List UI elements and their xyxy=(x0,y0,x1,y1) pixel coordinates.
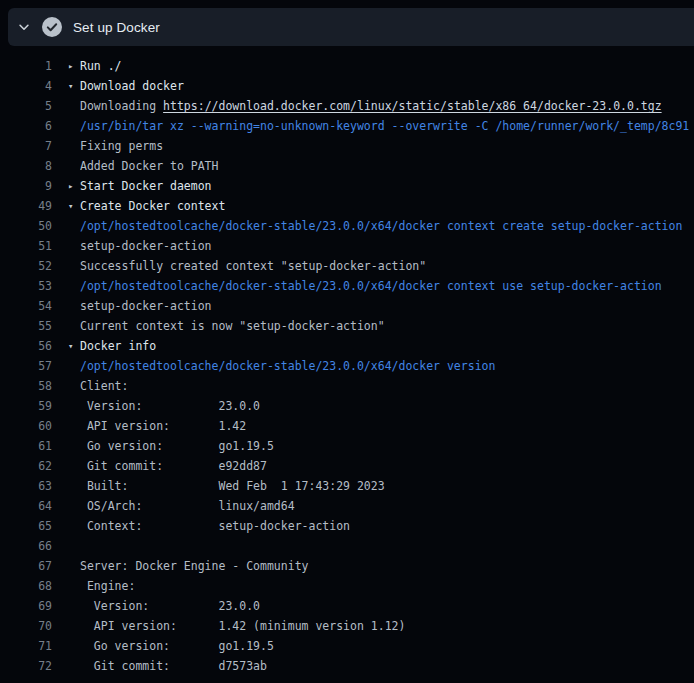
marker-spacer xyxy=(52,116,80,136)
line-number[interactable]: 58 xyxy=(0,376,52,396)
line-number[interactable]: 72 xyxy=(0,656,52,676)
marker-spacer xyxy=(52,96,80,116)
log-line: 51setup-docker-action xyxy=(0,236,694,256)
log-line: 67Server: Docker Engine - Community xyxy=(0,556,694,576)
line-number[interactable]: 5 xyxy=(0,96,52,116)
line-text: Git commit: e92dd87 xyxy=(80,456,694,476)
log-line: 52Successfully created context "setup-do… xyxy=(0,256,694,276)
log-group-line[interactable]: 1▸Run ./ xyxy=(0,56,694,76)
log-group-line[interactable]: 4▾Download docker xyxy=(0,76,694,96)
log-line: 64 OS/Arch: linux/amd64 xyxy=(0,496,694,516)
line-number[interactable]: 62 xyxy=(0,456,52,476)
line-number[interactable]: 65 xyxy=(0,516,52,536)
line-text: Successfully created context "setup-dock… xyxy=(80,256,694,276)
log-url-link[interactable]: https://download.docker.com/linux/static… xyxy=(163,99,662,113)
marker-spacer xyxy=(52,256,80,276)
line-number[interactable]: 1 xyxy=(0,56,52,76)
line-number[interactable]: 54 xyxy=(0,296,52,316)
marker-spacer xyxy=(52,296,80,316)
marker-spacer xyxy=(52,136,80,156)
line-number[interactable]: 63 xyxy=(0,476,52,496)
line-number[interactable]: 68 xyxy=(0,576,52,596)
line-number[interactable]: 67 xyxy=(0,556,52,576)
line-number[interactable]: 70 xyxy=(0,616,52,636)
line-text: Go version: go1.19.5 xyxy=(80,436,694,456)
log-line: 54setup-docker-action xyxy=(0,296,694,316)
line-number[interactable]: 7 xyxy=(0,136,52,156)
line-text: Git commit: d7573ab xyxy=(80,656,694,676)
line-number[interactable]: 52 xyxy=(0,256,52,276)
marker-spacer xyxy=(52,376,80,396)
marker-spacer xyxy=(52,616,80,636)
marker-spacer xyxy=(52,476,80,496)
marker-spacer xyxy=(52,276,80,296)
marker-spacer xyxy=(52,416,80,436)
line-text: Context: setup-docker-action xyxy=(80,516,694,536)
triangle-collapsed-icon[interactable]: ▸ xyxy=(52,56,80,76)
check-circle-icon xyxy=(42,17,62,37)
line-number[interactable]: 51 xyxy=(0,236,52,256)
log-line: 8Added Docker to PATH xyxy=(0,156,694,176)
line-text: Create Docker context xyxy=(80,196,694,216)
line-number[interactable]: 49 xyxy=(0,196,52,216)
log-lines: 1▸Run ./4▾Download docker5Downloading ht… xyxy=(0,56,694,676)
line-text: Go version: go1.19.5 xyxy=(80,636,694,656)
line-text: /opt/hostedtoolcache/docker-stable/23.0.… xyxy=(80,276,694,296)
triangle-expanded-icon[interactable]: ▾ xyxy=(52,196,80,216)
line-number[interactable]: 59 xyxy=(0,396,52,416)
step-title: Set up Docker xyxy=(73,20,160,35)
log-line: 57/opt/hostedtoolcache/docker-stable/23.… xyxy=(0,356,694,376)
log-line: 53/opt/hostedtoolcache/docker-stable/23.… xyxy=(0,276,694,296)
marker-spacer xyxy=(52,656,80,676)
line-text: Engine: xyxy=(80,576,694,596)
log-line: 63 Built: Wed Feb 1 17:43:29 2023 xyxy=(0,476,694,496)
line-text: OS/Arch: linux/amd64 xyxy=(80,496,694,516)
marker-spacer xyxy=(52,596,80,616)
line-text: Run ./ xyxy=(80,56,694,76)
line-number[interactable]: 9 xyxy=(0,176,52,196)
line-text-prefix: Downloading xyxy=(80,99,163,113)
log-line: 69 Version: 23.0.0 xyxy=(0,596,694,616)
log-group-line[interactable]: 49▾Create Docker context xyxy=(0,196,694,216)
marker-spacer xyxy=(52,436,80,456)
log-group-line[interactable]: 56▾Docker info xyxy=(0,336,694,356)
line-number[interactable]: 50 xyxy=(0,216,52,236)
line-number[interactable]: 8 xyxy=(0,156,52,176)
log-line: 60 API version: 1.42 xyxy=(0,416,694,436)
log-line: 72 Git commit: d7573ab xyxy=(0,656,694,676)
line-text: Current context is now "setup-docker-act… xyxy=(80,316,694,336)
line-number[interactable]: 56 xyxy=(0,336,52,356)
marker-spacer xyxy=(52,636,80,656)
line-text: setup-docker-action xyxy=(80,236,694,256)
log-line: 70 API version: 1.42 (minimum version 1.… xyxy=(0,616,694,636)
log-line: 71 Go version: go1.19.5 xyxy=(0,636,694,656)
marker-spacer xyxy=(52,216,80,236)
line-number[interactable]: 71 xyxy=(0,636,52,656)
line-number[interactable]: 4 xyxy=(0,76,52,96)
line-number[interactable]: 55 xyxy=(0,316,52,336)
log-line: 68 Engine: xyxy=(0,576,694,596)
line-text: setup-docker-action xyxy=(80,296,694,316)
line-number[interactable]: 6 xyxy=(0,116,52,136)
line-number[interactable]: 64 xyxy=(0,496,52,516)
log-line: 59 Version: 23.0.0 xyxy=(0,396,694,416)
line-number[interactable]: 60 xyxy=(0,416,52,436)
line-number[interactable]: 57 xyxy=(0,356,52,376)
line-text: Built: Wed Feb 1 17:43:29 2023 xyxy=(80,476,694,496)
log-group-line[interactable]: 9▸Start Docker daemon xyxy=(0,176,694,196)
line-number[interactable]: 61 xyxy=(0,436,52,456)
marker-spacer xyxy=(52,356,80,376)
triangle-expanded-icon[interactable]: ▾ xyxy=(52,76,80,96)
line-number[interactable]: 53 xyxy=(0,276,52,296)
chevron-down-icon[interactable] xyxy=(17,20,31,34)
line-number[interactable]: 69 xyxy=(0,596,52,616)
triangle-expanded-icon[interactable]: ▾ xyxy=(52,336,80,356)
line-text: /opt/hostedtoolcache/docker-stable/23.0.… xyxy=(80,216,694,236)
line-text: /opt/hostedtoolcache/docker-stable/23.0.… xyxy=(80,356,694,376)
line-text: Server: Docker Engine - Community xyxy=(80,556,694,576)
marker-spacer xyxy=(52,396,80,416)
marker-spacer xyxy=(52,156,80,176)
triangle-collapsed-icon[interactable]: ▸ xyxy=(52,176,80,196)
line-number[interactable]: 66 xyxy=(0,536,52,556)
step-header-set-up-docker[interactable]: Set up Docker xyxy=(8,8,694,46)
